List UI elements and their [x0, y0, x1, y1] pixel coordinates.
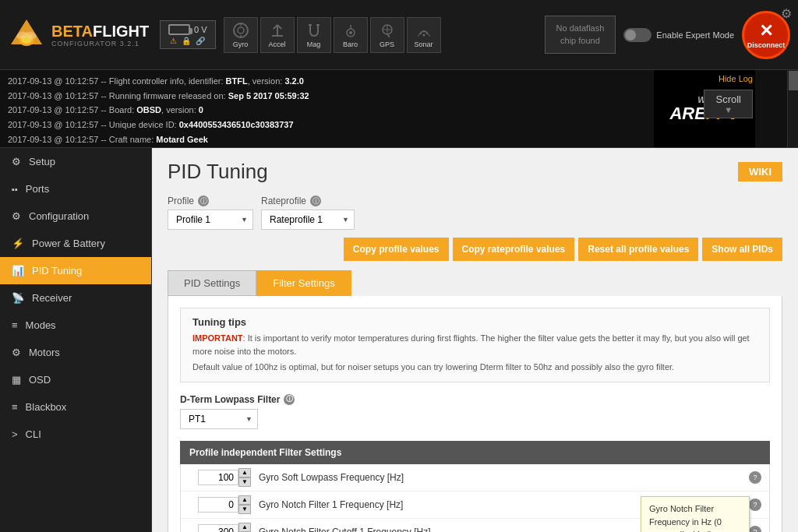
sensor-baro[interactable]: Baro — [334, 17, 368, 53]
accel-label: Accel — [269, 41, 286, 48]
sidebar-item-modes[interactable]: ≡ Modes — [0, 312, 151, 339]
sidebar-label-setup: Setup — [29, 156, 55, 167]
gyro-label: Gyro — [233, 41, 249, 48]
pid-icon: 📊 — [12, 265, 24, 277]
logo-icon — [8, 16, 45, 54]
log-area: 2017-09-13 @ 10:12:57 -- Flight controll… — [0, 70, 798, 148]
sensor-accel[interactable]: Accel — [260, 17, 295, 53]
scroll-label: Scroll — [715, 93, 741, 105]
sidebar-item-motors[interactable]: ⚙ Motors — [0, 339, 151, 366]
sidebar-label-modes: Modes — [26, 319, 56, 331]
svg-point-22 — [422, 33, 425, 36]
tab-filter-settings[interactable]: Filter Settings — [256, 270, 351, 296]
scroll-button[interactable]: Scroll ▼ — [704, 90, 753, 118]
ports-icon: ▪▪ — [12, 185, 18, 194]
sidebar-label-blackbox: Blackbox — [26, 401, 67, 413]
configuration-icon: ⚙ — [12, 210, 21, 222]
sidebar-item-setup[interactable]: ⚙ Setup — [0, 148, 151, 175]
gyro-soft-lowpass-label: Gyro Soft Lowpass Frequency [Hz] — [259, 472, 749, 483]
profile-label: Profile — [168, 196, 194, 206]
mag-icon — [305, 22, 323, 39]
dterm-filter-select[interactable]: PT1 BIQUAD — [180, 409, 258, 429]
tuning-tips-title: Tuning tips — [192, 316, 757, 328]
log-line-2: 2017-09-13 @ 10:12:57 -- Running firmwar… — [8, 89, 689, 104]
sidebar-item-osd[interactable]: ▦ OSD — [0, 366, 151, 393]
gyro-notch1-freq-info[interactable]: ? — [749, 499, 761, 511]
sidebar-item-receiver[interactable]: 📡 Receiver — [0, 284, 151, 312]
gyro-soft-lowpass-down[interactable]: ▼ — [238, 477, 251, 487]
content-area: PID Tuning WIKI Profile ⓘ Profile 1 Prof… — [152, 148, 798, 532]
log-line-1: 2017-09-13 @ 10:12:57 -- Flight controll… — [8, 74, 689, 89]
gyro-notch1-freq-input[interactable] — [198, 497, 238, 513]
mag-label: Mag — [307, 41, 321, 48]
sidebar-item-ports[interactable]: ▪▪ Ports — [0, 175, 151, 203]
accel-icon — [269, 22, 286, 39]
sensor-sonar[interactable]: Sonar — [407, 17, 441, 53]
battery-voltage: 0 V — [194, 25, 207, 34]
gyro-notch1-cutoff-input[interactable] — [198, 524, 238, 533]
sidebar-item-cli[interactable]: > CLI — [0, 421, 151, 448]
sensor-gyro[interactable]: Gyro — [224, 17, 258, 53]
gyro-notch1-freq-up[interactable]: ▲ — [238, 495, 251, 505]
log-scrollbar[interactable] — [787, 70, 798, 147]
settings-gear-icon[interactable]: ⚙ — [781, 6, 792, 21]
copy-rateprofile-button[interactable]: Copy rateprofile values — [453, 238, 575, 261]
log-line-5: 2017-09-13 @ 10:12:57 -- Craft name: Mot… — [8, 132, 689, 147]
page-title: PID Tuning — [168, 160, 268, 184]
gyro-icon — [232, 22, 249, 39]
dataflash-box: No dataflash chip found — [545, 16, 616, 54]
tabs-row: PID Settings Filter Settings — [168, 270, 782, 296]
tooltip-box: Gyro Notch Filter Frequency in Hz (0 mea… — [641, 496, 750, 532]
expert-mode-toggle[interactable]: Enable Expert Mode — [623, 28, 734, 42]
log-line-3: 2017-09-13 @ 10:12:57 -- Board: OBSD, ve… — [8, 103, 689, 118]
modes-icon: ≡ — [12, 319, 18, 331]
sidebar-label-pid: PID Tuning — [32, 265, 82, 277]
copy-profile-button[interactable]: Copy profile values — [344, 238, 449, 261]
sensor-mag[interactable]: Mag — [297, 17, 331, 53]
link-icon: 🔗 — [196, 37, 205, 45]
filter-row-1: ▲ ▼ Gyro Soft Lowpass Frequency [Hz] ? — [181, 464, 769, 491]
tuning-tips-text2: Default value of 100hz is optimal, but f… — [192, 361, 757, 374]
filter-settings-content: Tuning tips IMPORTANT: It is important t… — [168, 296, 782, 532]
sidebar-label-power: Power & Battery — [32, 238, 105, 249]
expert-mode-label: Enable Expert Mode — [656, 30, 734, 40]
disconnect-x-icon: ✕ — [759, 21, 773, 41]
motors-icon: ⚙ — [12, 347, 21, 358]
blackbox-icon: ≡ — [12, 401, 18, 413]
sensor-bar: Gyro Accel Mag Baro — [224, 17, 441, 53]
profile-select[interactable]: Profile 1 Profile 2 Profile 3 — [168, 210, 253, 230]
svg-point-17 — [349, 31, 352, 34]
receiver-icon: 📡 — [12, 292, 24, 304]
rateprofile-group: Rateprofile ⓘ Rateprofile 1 Rateprofile … — [261, 196, 355, 230]
wiki-button[interactable]: WIKI — [738, 162, 782, 181]
gyro-notch1-freq-down[interactable]: ▼ — [238, 505, 251, 514]
svg-line-21 — [387, 34, 390, 37]
filter-table: ▲ ▼ Gyro Soft Lowpass Frequency [Hz] ? — [180, 464, 770, 533]
warning-icon: ⚠ — [170, 37, 177, 45]
sidebar-item-configuration[interactable]: ⚙ Configuration — [0, 203, 151, 230]
gyro-notch1-cutoff-up[interactable]: ▲ — [238, 523, 251, 532]
sidebar-label-motors: Motors — [29, 347, 60, 358]
sidebar-item-blackbox[interactable]: ≡ Blackbox — [0, 393, 151, 421]
rateprofile-select[interactable]: Rateprofile 1 Rateprofile 2 Rateprofile … — [261, 210, 355, 230]
show-pids-button[interactable]: Show all PIDs — [702, 238, 782, 261]
rateprofile-info-icon[interactable]: ⓘ — [310, 196, 321, 206]
sidebar-label-osd: OSD — [29, 374, 51, 386]
tuning-tips-text: IMPORTANT: It is important to verify mot… — [192, 332, 757, 358]
dterm-info-icon[interactable]: ⓘ — [284, 394, 295, 405]
sidebar-label-cli: CLI — [26, 428, 41, 440]
tab-pid-settings[interactable]: PID Settings — [168, 270, 256, 296]
profile-info-icon[interactable]: ⓘ — [198, 196, 209, 206]
sidebar-item-power-battery[interactable]: ⚡ Power & Battery — [0, 230, 151, 257]
disconnect-label: Disconnect — [747, 41, 786, 49]
gyro-soft-lowpass-up[interactable]: ▲ — [238, 468, 251, 477]
action-buttons: Copy profile values Copy rateprofile val… — [344, 238, 782, 261]
reset-profile-button[interactable]: Reset all profile values — [578, 238, 698, 261]
hide-log-button[interactable]: Hide Log — [719, 74, 753, 83]
rateprofile-label: Rateprofile — [261, 196, 306, 206]
gyro-soft-lowpass-info[interactable]: ? — [749, 471, 761, 484]
sensor-gps[interactable]: GPS — [370, 17, 404, 53]
gyro-notch1-cutoff-info[interactable]: ? — [749, 526, 761, 533]
sidebar-item-pid-tuning[interactable]: 📊 PID Tuning — [0, 257, 151, 284]
gyro-soft-lowpass-input[interactable] — [198, 470, 238, 485]
